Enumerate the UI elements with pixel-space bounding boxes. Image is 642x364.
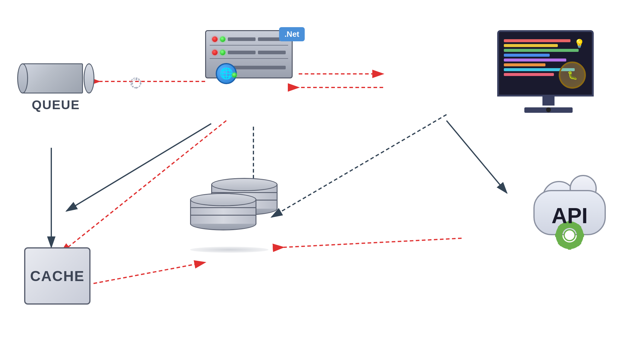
queue-component: QUEUE [18, 57, 94, 112]
server-bar-5 [233, 66, 286, 69]
code-line-4 [504, 54, 550, 57]
spin-connector-icon [130, 77, 142, 89]
debug-to-db-arrow [272, 115, 447, 217]
magnifier-icon: 🐛 [559, 62, 586, 89]
monitor-power-button [546, 107, 551, 112]
bug-icon: 🐛 [567, 70, 578, 80]
db-back-top [211, 178, 278, 191]
cloud-shape: API [527, 175, 612, 235]
led-red-2 [212, 50, 218, 55]
diagram-container: QUEUE .Net [0, 0, 642, 364]
globe-badge [216, 63, 237, 84]
svg-point-4 [132, 79, 141, 88]
led-red-1 [212, 36, 218, 42]
cylinder-left-cap [17, 63, 28, 93]
svg-rect-11 [568, 245, 571, 250]
db-shadow [190, 247, 269, 253]
svg-point-9 [564, 230, 575, 241]
cache-box: CACHE [24, 247, 91, 305]
svg-point-6 [135, 87, 137, 89]
server-row-3 [210, 60, 288, 75]
database-component [187, 178, 272, 253]
monitor-to-api-arrow [447, 121, 507, 193]
server-bar-1 [228, 37, 256, 41]
monitor-component: 💡 🐛 [497, 30, 600, 113]
server-bar-4 [258, 51, 286, 54]
spin-lines [130, 78, 141, 88]
svg-rect-13 [579, 233, 584, 237]
api-component: API [521, 175, 618, 235]
code-line-6 [504, 63, 545, 66]
api-label: API [535, 203, 605, 228]
monitor-neck [542, 97, 555, 106]
code-line-8 [504, 73, 554, 76]
monitor-screen: 💡 🐛 [497, 30, 594, 97]
svg-point-5 [135, 78, 137, 80]
cache-component: CACHE [24, 247, 94, 305]
cylinder-right-cap [84, 63, 94, 93]
bulb-icon: 💡 [574, 39, 585, 49]
svg-point-8 [140, 83, 141, 84]
queue-label: QUEUE [18, 98, 94, 112]
code-line-3 [504, 49, 579, 52]
dotnet-badge: .Net [279, 27, 305, 41]
code-line-1 [504, 39, 570, 42]
globe-dot [232, 73, 237, 78]
db-front-stripe-2 [191, 215, 256, 216]
code-line-5 [504, 59, 566, 62]
led-green-1 [220, 36, 225, 42]
svg-point-7 [131, 83, 133, 84]
server-bar-3 [228, 51, 256, 54]
db-front-stripe-1 [191, 207, 256, 208]
monitor-base [524, 107, 573, 113]
queue-cylinder [23, 57, 89, 97]
cache-to-db-arrow [94, 262, 205, 283]
server-row-1 [210, 33, 288, 46]
server-row-2 [210, 47, 288, 59]
code-line-2 [504, 44, 558, 47]
api-to-db-arrow [284, 238, 462, 247]
svg-rect-12 [555, 233, 560, 237]
db-front-top [190, 193, 256, 206]
cylinder-body [23, 63, 83, 93]
led-green-2 [220, 50, 225, 55]
db-front [190, 193, 250, 230]
cache-label: CACHE [30, 268, 85, 284]
server-component: .Net [205, 30, 302, 78]
